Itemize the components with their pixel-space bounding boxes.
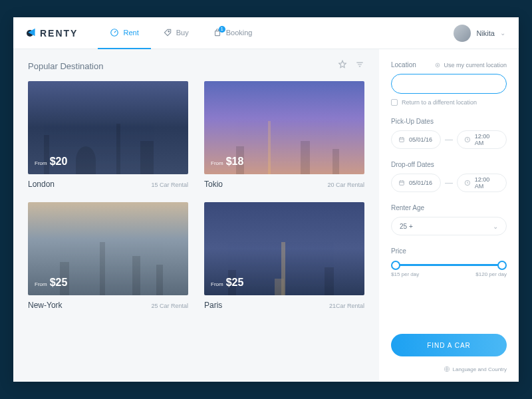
card-newyork[interactable]: From $25 New-York 25 Car Rental: [28, 202, 188, 310]
logo[interactable]: RENTY: [27, 28, 78, 39]
language-link[interactable]: Language and Country: [391, 366, 507, 372]
calendar-icon: [398, 180, 405, 186]
pickup-date-input[interactable]: 05/01/16: [391, 130, 441, 149]
card-image: From $18: [204, 81, 364, 174]
main-nav: Rent Buy 1 Booking: [98, 17, 264, 49]
age-select[interactable]: 25 + ⌄: [391, 217, 507, 235]
clock-icon: [464, 136, 471, 143]
pickup-field: Pick-Up Dates 05/01/16 — 12:00 AM: [391, 118, 507, 149]
card-image: From $20: [28, 81, 188, 174]
price-min: $15 per day: [391, 271, 419, 277]
chevron-down-icon: ⌄: [493, 223, 498, 230]
app-window: RENTY Rent Buy 1 Booking: [13, 17, 519, 382]
pickup-label: Pick-Up Dates: [391, 118, 507, 125]
price-value: $18: [226, 156, 244, 168]
rental-count: 21Car Rental: [329, 303, 364, 309]
search-sidebar: Location Use my current location Return …: [379, 49, 519, 382]
dropoff-field: Drop-off Dates 05/01/16 — 12:00 AM: [391, 161, 507, 192]
body: Popular Destination: [13, 49, 519, 382]
card-image: From $25: [28, 202, 188, 295]
diff-location-checkbox[interactable]: Return to a different location: [391, 99, 507, 106]
booking-badge: 1: [219, 26, 225, 33]
price-tag: From $25: [35, 277, 67, 289]
price-from: From: [35, 281, 47, 287]
city-name: Tokio: [204, 180, 223, 189]
globe-icon: [444, 366, 450, 372]
use-location-link[interactable]: Use my current location: [434, 62, 507, 68]
price-tag: From $18: [211, 156, 243, 168]
user-name: Nikita: [476, 29, 495, 37]
dropoff-label: Drop-off Dates: [391, 161, 507, 168]
location-input[interactable]: [391, 74, 507, 94]
price-slider[interactable]: [391, 264, 507, 266]
price-field: Price $15 per day $120 per day: [391, 247, 507, 277]
price-value: $20: [50, 156, 68, 168]
crosshair-icon: [434, 62, 441, 68]
section-title: Popular Destination: [28, 61, 103, 71]
nav-rent-label: Rent: [123, 29, 138, 37]
price-from: From: [211, 160, 223, 166]
dropoff-time-input[interactable]: 12:00 AM: [457, 174, 507, 192]
svg-rect-2: [215, 31, 219, 35]
svg-point-4: [438, 65, 439, 66]
price-max: $120 per day: [475, 271, 507, 277]
price-from: From: [211, 281, 223, 287]
price-value: $25: [50, 277, 68, 289]
clock-icon: [464, 180, 471, 186]
nav-buy-label: Buy: [176, 29, 189, 37]
price-label: Price: [391, 247, 507, 255]
rental-count: 25 Car Rental: [151, 303, 188, 309]
tag-icon: [163, 28, 172, 37]
svg-rect-7: [400, 181, 404, 185]
date-separator: —: [445, 178, 453, 188]
price-value: $25: [226, 277, 244, 289]
card-image: From $25: [204, 202, 364, 295]
card-london[interactable]: From $20 London 15 Car Rental: [28, 81, 188, 189]
price-from: From: [35, 160, 47, 166]
slider-thumb-min[interactable]: [391, 261, 400, 270]
pickup-time-input[interactable]: 12:00 AM: [457, 130, 507, 149]
dropoff-date-input[interactable]: 05/01/16: [391, 174, 441, 192]
section-header: Popular Destination: [28, 60, 364, 72]
nav-rent[interactable]: Rent: [98, 17, 150, 49]
main-content: Popular Destination: [13, 49, 379, 382]
avatar: [454, 25, 471, 42]
filter-icon[interactable]: [355, 60, 364, 72]
card-paris[interactable]: From $25 Paris 21Car Rental: [204, 202, 364, 310]
star-icon[interactable]: [338, 60, 347, 72]
speedometer-icon: [110, 28, 119, 37]
rental-count: 15 Car Rental: [151, 182, 188, 188]
location-label: Location: [391, 61, 416, 68]
nav-booking[interactable]: 1 Booking: [201, 17, 265, 49]
logo-icon: [27, 29, 36, 38]
city-name: New-York: [28, 301, 63, 310]
location-field: Location Use my current location Return …: [391, 61, 507, 106]
city-name: Paris: [204, 301, 222, 310]
price-tag: From $20: [35, 156, 67, 168]
checkbox-icon: [391, 99, 398, 106]
calendar-icon: [398, 136, 405, 143]
destination-grid: From $20 London 15 Car Rental: [28, 81, 364, 310]
bag-icon: 1: [213, 28, 222, 37]
slider-thumb-max[interactable]: [497, 261, 507, 270]
date-separator: —: [445, 135, 453, 144]
city-name: London: [28, 180, 55, 189]
nav-booking-label: Booking: [226, 29, 253, 37]
chevron-down-icon: ⌄: [500, 29, 505, 37]
user-menu[interactable]: Nikita ⌄: [454, 25, 505, 42]
header: RENTY Rent Buy 1 Booking: [13, 17, 519, 49]
rental-count: 20 Car Rental: [327, 182, 364, 188]
card-tokyo[interactable]: From $18 Tokio 20 Car Rental: [204, 81, 364, 189]
svg-rect-5: [400, 138, 404, 142]
find-car-button[interactable]: FIND A CAR: [391, 334, 507, 356]
age-field: Renter Age 25 + ⌄: [391, 204, 507, 235]
nav-buy[interactable]: Buy: [151, 17, 201, 49]
age-label: Renter Age: [391, 204, 507, 211]
price-tag: From $25: [211, 277, 243, 289]
svg-point-1: [168, 31, 170, 32]
brand-text: RENTY: [40, 28, 78, 39]
